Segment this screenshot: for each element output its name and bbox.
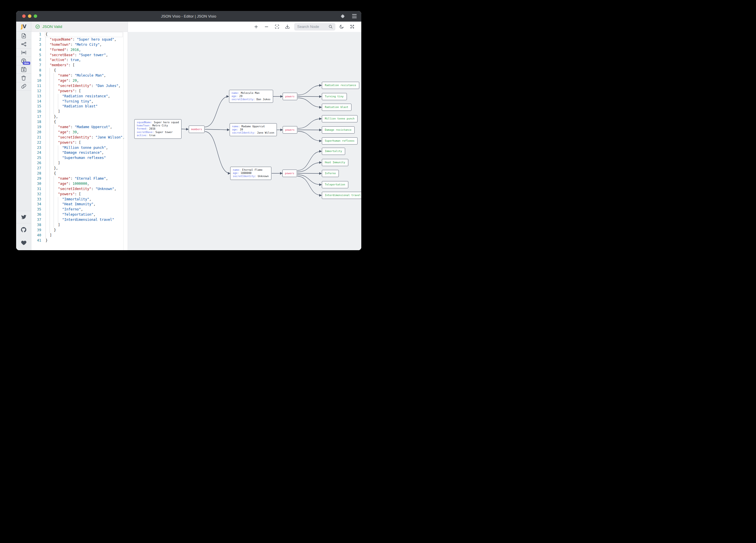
editor-line[interactable]: 41} — [31, 238, 128, 243]
center-view-button[interactable] — [16, 49, 31, 57]
twitter-link-button[interactable] — [16, 211, 31, 224]
zoom-in-button[interactable] — [254, 24, 259, 29]
search-icon[interactable] — [328, 24, 333, 29]
github-link-button[interactable] — [16, 223, 31, 236]
editor-line[interactable]: 2 "squadName": "Super hero squad", — [31, 37, 128, 42]
graph-node-power-2-3[interactable]: Teleportation — [322, 181, 348, 188]
graph-node-power-1-2[interactable]: Superhuman reflexes — [322, 137, 358, 145]
editor-line[interactable]: 24 "Damage resistance", — [31, 150, 128, 156]
dark-mode-toggle[interactable] — [339, 24, 344, 29]
line-number: 2 — [31, 37, 41, 42]
editor-line[interactable]: 8 { — [31, 68, 128, 73]
editor-line[interactable]: 31 "secretIdentity": "Unknown", — [31, 187, 128, 192]
editor-line[interactable]: 4 "formed": 2016, — [31, 48, 128, 53]
center-focus-button[interactable] — [275, 24, 279, 29]
editor-line[interactable]: 19 "name": "Madame Uppercut", — [31, 125, 128, 130]
check-circle-icon — [35, 24, 40, 29]
editor-line[interactable]: 38 ] — [31, 223, 128, 228]
editor-line[interactable]: 10 "age": 29, — [31, 78, 128, 84]
editor-line[interactable]: 16 ] — [31, 109, 128, 114]
graph-node-power-0-1[interactable]: Turning tiny — [322, 93, 347, 100]
graph-node-power-1-1[interactable]: Damage resistance — [322, 126, 355, 134]
graph-node-member-2[interactable]: name: Eternal Flameage: 1000000secretIde… — [230, 167, 271, 180]
line-number: 13 — [31, 94, 41, 99]
line-number: 24 — [31, 150, 41, 156]
editor-line[interactable]: 37 "Interdimensional travel" — [31, 218, 128, 223]
json-valid-status: JSON Valid — [42, 24, 62, 29]
graph-node-power-0-0[interactable]: Radiation resistance — [322, 82, 359, 89]
line-number: 41 — [31, 238, 41, 243]
graph-node-power-2-4[interactable]: Interdimensional travel — [322, 192, 361, 199]
browser-menu-icon[interactable] — [352, 14, 357, 18]
editor-line[interactable]: 15 "Radiation blast" — [31, 104, 128, 109]
editor-line[interactable]: 32 "powers": [ — [31, 192, 128, 197]
editor-line[interactable]: 18 { — [31, 120, 128, 125]
editor-line[interactable]: 28 { — [31, 171, 128, 176]
download-image-button[interactable] — [285, 24, 290, 29]
editor-line[interactable]: 9 "name": "Molecule Man", — [31, 73, 128, 78]
zoom-out-button[interactable] — [264, 24, 269, 29]
line-number: 5 — [31, 53, 41, 58]
line-number: 9 — [31, 73, 41, 78]
graph-node-power-2-0[interactable]: Immortality — [322, 148, 345, 155]
editor-line[interactable]: 34 "Heat Immunity", — [31, 202, 128, 207]
graph-view-button[interactable] — [16, 40, 31, 48]
editor-scrollbar[interactable] — [123, 32, 124, 250]
editor-line[interactable]: 17 }, — [31, 114, 128, 120]
graph-node-powers-1[interactable]: powers — [283, 126, 297, 134]
share-link-button[interactable] — [16, 82, 31, 91]
graph-node-member-0[interactable]: name: Molecule Manage: 29secretIdentity:… — [229, 90, 273, 103]
editor-line[interactable]: 33 "Immortality", — [31, 197, 128, 202]
graph-node-powers-2[interactable]: powers — [282, 170, 297, 177]
new-document-button[interactable] — [16, 32, 31, 40]
line-number: 33 — [31, 197, 41, 202]
editor-line[interactable]: 14 "Turning tiny", — [31, 99, 128, 104]
graph-node-power-1-0[interactable]: Million tonne punch — [322, 115, 358, 122]
editor-line[interactable]: 36 "Teleportation", — [31, 212, 128, 218]
editor-line[interactable]: 30 "age": 1000000, — [31, 181, 128, 187]
graph-node-members[interactable]: members — [189, 126, 205, 133]
editor-line[interactable]: 7 "members": [ — [31, 63, 128, 68]
line-number: 27 — [31, 166, 41, 171]
editor-line[interactable]: 25 "Superhuman reflexes" — [31, 156, 128, 161]
editor-line[interactable]: 3 "homeTown": "Metro City", — [31, 42, 128, 48]
line-number: 1 — [31, 32, 41, 37]
editor-line[interactable]: 40 ] — [31, 233, 128, 238]
line-number: 19 — [31, 125, 41, 130]
extensions-puzzle-icon[interactable] — [341, 14, 345, 18]
editor-line[interactable]: 6 "active": true, — [31, 58, 128, 63]
sponsor-link-button[interactable] — [16, 236, 31, 250]
graph-node-power-2-1[interactable]: Heat Immunity — [322, 159, 348, 166]
editor-line[interactable]: 12 "powers": [ — [31, 89, 128, 94]
search-node-input[interactable] — [297, 24, 328, 29]
editor-line[interactable]: 35 "Inferno", — [31, 207, 128, 212]
editor-line[interactable]: 23 "Million tonne punch", — [31, 145, 128, 151]
app-logo[interactable]: JV — [16, 22, 31, 32]
graph-node-power-0-2[interactable]: Radiation blast — [322, 104, 351, 111]
editor-line[interactable]: 29 "name": "Eternal Flame", — [31, 176, 128, 181]
editor-line[interactable]: 27 }, — [31, 166, 128, 171]
line-number: 40 — [31, 233, 41, 238]
share-graph-icon — [21, 41, 27, 47]
window-titlebar: JSON Visio - Editor | JSON Visio — [16, 11, 361, 22]
editor-line[interactable]: 13 "Radiation resistance", — [31, 94, 128, 99]
delete-button[interactable] — [16, 74, 31, 82]
editor-line[interactable]: 5 "secretBase": "Super tower", — [31, 53, 128, 58]
graph-canvas[interactable]: squadName: Super hero squadhomeTown: Met… — [128, 32, 361, 250]
editor-line[interactable]: 26 ] — [31, 161, 128, 166]
editor-line[interactable]: 21 "secretIdentity": "Jane Wilson", — [31, 135, 128, 140]
editor-line[interactable]: 22 "powers": [ — [31, 140, 128, 145]
json-code-editor[interactable]: 1{2 "squadName": "Super hero squad",3 "h… — [31, 32, 128, 250]
editor-line[interactable]: 20 "age": 39, — [31, 130, 128, 135]
plus-icon — [254, 24, 258, 29]
graph-node-power-2-2[interactable]: Inferno — [322, 170, 339, 177]
save-button[interactable] — [16, 65, 31, 74]
fullscreen-toggle[interactable] — [350, 24, 355, 29]
editor-line[interactable]: 1{ — [31, 32, 128, 37]
graph-node-powers-0[interactable]: powers — [283, 93, 297, 100]
graph-node-member-1[interactable]: name: Madame Uppercutage: 39secretIdenti… — [230, 123, 277, 137]
file-plus-icon — [21, 33, 27, 39]
editor-line[interactable]: 39 } — [31, 228, 128, 233]
editor-line[interactable]: 11 "secretIdentity": "Dan Jukes", — [31, 84, 128, 89]
graph-node-root[interactable]: squadName: Super hero squadhomeTown: Met… — [134, 119, 182, 139]
